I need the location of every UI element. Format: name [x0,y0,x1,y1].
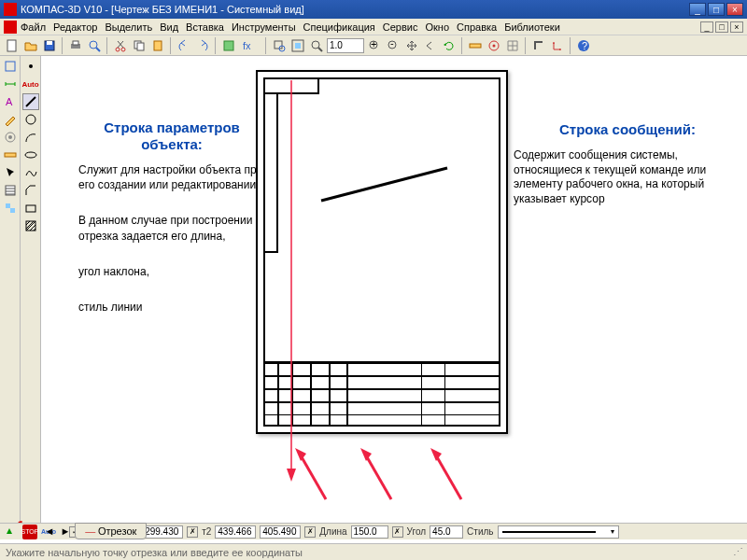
tab-segment[interactable]: — Отрезок [75,523,147,539]
preview-icon[interactable] [86,37,103,54]
menu-window[interactable]: Окно [425,21,449,33]
scale-input[interactable] [327,38,364,53]
zoom-prev-icon[interactable] [422,37,439,54]
t2-y-input[interactable] [260,525,301,539]
maximize-button[interactable]: □ [708,3,725,16]
ortho-icon[interactable] [530,37,547,54]
svg-point-7 [116,48,120,51]
mdi-close-button[interactable]: × [730,21,743,33]
annot-left-p2: В данном случае при построении отрезка з… [78,213,265,243]
window-title: КОМПАС-3D V10 - [Чертеж БЕЗ ИМЕНИ1 - Сис… [21,4,304,15]
menu-insert[interactable]: Вставка [186,21,224,33]
minimize-button[interactable]: _ [689,3,706,16]
symbols-group-icon[interactable]: A [2,93,19,110]
circle-tool-icon[interactable] [22,111,39,128]
params-group-icon[interactable] [2,129,19,146]
local-cs-icon[interactable] [549,37,566,54]
style-combo[interactable]: ▾ [498,525,619,539]
t2-lock-icon[interactable]: ✗ [187,526,198,538]
menubar: Файл Редактор Выделить Вид Вставка Инстр… [0,19,747,35]
line-style-preview [502,531,596,533]
svg-point-26 [493,44,496,47]
dimensions-group-icon[interactable] [2,76,19,92]
svg-rect-2 [47,41,52,45]
annot-left-p4: стиль линии [78,300,265,315]
stop-icon[interactable]: STOP [22,525,37,539]
spec-group-icon[interactable] [2,182,19,199]
t2-x-input[interactable] [215,525,256,539]
geometry-toolbar: Auto [21,56,41,523]
help-icon[interactable]: ? [575,37,592,54]
point-tool-icon[interactable] [22,58,39,75]
menu-file[interactable]: Файл [21,21,46,33]
chamfer-tool-icon[interactable] [22,182,39,199]
close-button[interactable]: × [726,3,743,16]
zoom-window-icon[interactable] [271,37,288,54]
menu-editor[interactable]: Редактор [53,21,97,33]
copy-icon[interactable] [131,37,148,54]
drawing-canvas[interactable]: Строка параметров объекта: Служит для на… [41,56,747,523]
select-group-icon[interactable] [2,164,19,181]
zoom-out-icon[interactable]: - [385,37,402,54]
measure-icon[interactable] [467,37,484,54]
measure-group-icon[interactable] [2,147,19,163]
t1-y-input[interactable] [142,525,183,539]
auto-line-tool-icon[interactable]: Auto [22,76,39,92]
svg-point-8 [121,48,125,51]
zoom-in-icon[interactable]: + [366,37,383,54]
redo-icon[interactable] [194,37,211,54]
manager-icon[interactable] [220,37,237,54]
save-icon[interactable] [41,37,58,54]
hatch-tool-icon[interactable] [22,217,39,234]
annot-left-p3: угол наклона, [78,264,265,279]
annotation-arrow-1 [293,448,331,504]
svg-point-40 [25,152,36,158]
new-icon[interactable] [4,37,21,54]
open-icon[interactable] [22,37,39,54]
redraw-icon[interactable] [441,37,458,54]
tab-prev-icon[interactable]: ◄ [43,525,56,537]
rect-tool-icon[interactable] [22,200,39,217]
arc-tool-icon[interactable] [22,129,39,146]
angle-input[interactable] [430,525,463,539]
svg-rect-33 [5,153,16,157]
property-tabs: ◄ ► — Отрезок [43,523,147,539]
svg-text:-: - [390,39,394,49]
svg-rect-11 [154,41,162,50]
mdi-max-button[interactable]: □ [715,21,728,33]
undo-icon[interactable] [176,37,192,54]
titleblock-bottom [263,361,500,427]
segment-tool-icon[interactable] [22,93,39,110]
snap-icon[interactable] [486,37,502,54]
geometry-group-icon[interactable] [2,58,19,75]
ellipse-tool-icon[interactable] [22,147,39,163]
menu-select[interactable]: Выделить [105,21,152,33]
menu-tools[interactable]: Инструменты [232,21,296,33]
length-lock-icon[interactable]: ✗ [304,526,316,538]
length-input[interactable] [351,525,388,539]
variables-icon[interactable]: fx [239,37,256,54]
menu-spec[interactable]: Спецификация [303,21,375,33]
tab-next-icon[interactable]: ► [59,525,72,537]
svg-rect-10 [137,43,144,50]
menu-libs[interactable]: Библиотеки [504,21,560,33]
create-object-icon[interactable] [4,525,19,539]
mdi-min-button[interactable]: _ [700,21,713,33]
views-group-icon[interactable] [2,200,19,217]
cut-icon[interactable] [112,37,129,54]
resize-grip-icon[interactable]: ⋰ [733,546,741,558]
zoom-fit-icon[interactable] [289,37,306,54]
menu-service[interactable]: Сервис [383,21,418,33]
edit-group-icon[interactable] [2,111,19,128]
paste-icon[interactable] [149,37,166,54]
zoom-scale-icon[interactable] [308,37,325,54]
menu-help[interactable]: Справка [457,21,497,33]
menu-view[interactable]: Вид [160,21,178,33]
annotation-arrow-2 [359,448,396,504]
print-icon[interactable] [67,37,84,54]
grid-icon[interactable] [504,37,521,54]
angle-lock-icon[interactable]: ✗ [392,526,403,538]
spline-tool-icon[interactable] [22,164,39,181]
pan-icon[interactable] [403,37,420,54]
svg-line-50 [436,455,461,499]
